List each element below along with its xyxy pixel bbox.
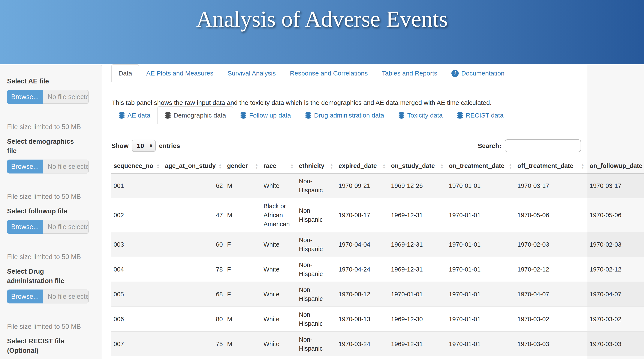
table-cell: 62	[163, 173, 225, 198]
sort-icon: ▲▼	[382, 163, 386, 169]
table-cell: 1970-04-07	[515, 282, 588, 307]
column-header-gender[interactable]: gender▲▼	[225, 160, 261, 173]
column-header-off-treatment-date[interactable]: off_treatment_date▲▼	[515, 160, 588, 173]
table-cell: 1970-02-03	[588, 232, 644, 257]
sort-icon: ▲▼	[255, 163, 258, 169]
table-cell: White	[261, 257, 297, 282]
table-cell: White	[261, 307, 297, 331]
browse-button[interactable]: Browse...	[7, 220, 43, 234]
browse-button[interactable]: Browse...	[7, 289, 43, 303]
tab-response-and-correlations: Response and Correlations	[283, 64, 375, 82]
tab-link-documentation[interactable]: iDocumentation	[444, 64, 512, 82]
subtab-link-drug-administration-data[interactable]: Drug administration data	[298, 106, 391, 124]
table-row: 00775MWhiteNon-Hispanic1970-03-241969-12…	[112, 331, 644, 356]
file-input: Browse...No file selected	[7, 220, 89, 234]
search-input[interactable]	[505, 139, 581, 152]
browse-button[interactable]: Browse...	[7, 90, 43, 104]
tab-link-ae-plots-and-measures[interactable]: AE Plots and Measures	[139, 64, 220, 82]
column-header-label: gender	[227, 162, 248, 169]
table-cell: 78	[163, 257, 225, 282]
file-input: Browse...No file selected	[7, 160, 89, 173]
column-header-on-treatment-date[interactable]: on_treatment_date▲▼	[447, 160, 515, 173]
main-tab-bar: DataAE Plots and MeasuresSurvival Analys…	[112, 64, 581, 82]
table-cell: 1970-05-06	[588, 198, 644, 232]
table-cell: F	[225, 257, 261, 282]
table-cell: Non-Hispanic	[297, 307, 336, 331]
page-length-select[interactable]: 10 ▲▼	[132, 140, 156, 152]
column-header-race[interactable]: race▲▼	[261, 160, 297, 173]
table-cell: 1970-04-04	[336, 232, 389, 257]
browse-button[interactable]: Browse...	[7, 160, 43, 173]
sort-icon: ▲▼	[290, 163, 294, 169]
file-input-label: Select RECIST file (Optional)	[7, 336, 84, 355]
column-header-label: on_treatment_date	[449, 162, 504, 169]
table-row: 00162MWhiteNon-Hispanic1970-09-211969-12…	[112, 173, 644, 198]
table-cell: 1970-01-01	[447, 232, 515, 257]
table-cell: Non-Hispanic	[297, 331, 336, 356]
sidebar: Select AE fileBrowse...No file selectedF…	[0, 65, 102, 359]
table-cell: 1970-02-12	[588, 257, 644, 282]
tab-label: RECIST data	[466, 112, 504, 119]
table-cell: 1970-03-03	[588, 331, 644, 356]
column-header-ethnicity[interactable]: ethnicity▲▼	[297, 160, 336, 173]
column-header-label: on_followup_date	[590, 162, 642, 169]
table-cell: 1969-12-31	[389, 232, 447, 257]
tab-label: AE data	[128, 112, 150, 119]
table-cell: 1970-02-12	[515, 257, 588, 282]
tab-data: Data	[112, 64, 139, 82]
data-tab-bar: AE dataDemographic dataFollow up dataDru…	[112, 106, 581, 124]
table-cell: 1970-03-24	[336, 331, 389, 356]
column-header-on-followup-date[interactable]: on_followup_date▲▼	[588, 160, 644, 173]
tab-description: This tab panel shows the raw input data …	[112, 99, 581, 106]
table-cell: 1969-12-30	[389, 307, 447, 331]
database-icon	[118, 112, 125, 119]
column-header-label: off_treatment_date	[518, 162, 573, 169]
table-cell: 1970-01-01	[447, 331, 515, 356]
column-header-age-at-on-study[interactable]: age_at_on_study▲▼	[163, 160, 225, 173]
file-name-field: No file selected	[43, 289, 89, 303]
subtab-link-toxicity-data[interactable]: Toxicity data	[391, 106, 450, 124]
tab-link-data[interactable]: Data	[112, 64, 139, 82]
info-circle-icon: i	[452, 70, 459, 77]
tab-link-tables-and-reports[interactable]: Tables and Reports	[375, 64, 444, 82]
table-row: 00247MBlack or African AmericanNon-Hispa…	[112, 198, 644, 232]
app-title: Analysis of Adverse Events	[196, 0, 448, 32]
database-icon	[305, 112, 312, 119]
sort-icon: ▲▼	[330, 163, 333, 169]
tab-link-response-and-correlations[interactable]: Response and Correlations	[283, 64, 375, 82]
table-row: 00680MWhiteNon-Hispanic1970-08-131969-12…	[112, 307, 644, 331]
table-cell: Non-Hispanic	[297, 198, 336, 232]
subtab-demographic-data: Demographic data	[158, 106, 233, 124]
sort-icon: ▲▼	[156, 163, 160, 169]
page-length-value: 10	[137, 142, 144, 149]
tab-link-survival-analysis[interactable]: Survival Analysis	[220, 64, 283, 82]
column-header-on-study-date[interactable]: on_study_date▲▼	[389, 160, 447, 173]
subtab-follow-up-data: Follow up data	[233, 106, 298, 124]
table-cell: 1970-08-17	[336, 198, 389, 232]
table-cell: 47	[163, 198, 225, 232]
subtab-link-follow-up-data[interactable]: Follow up data	[233, 106, 298, 124]
tab-label: Survival Analysis	[228, 70, 276, 77]
column-header-expired-date[interactable]: expired_date▲▼	[336, 160, 389, 173]
sort-icon: ▲▼	[508, 163, 512, 169]
table-row: 00478FWhiteNon-Hispanic1970-04-241969-12…	[112, 257, 644, 282]
table-cell: 006	[112, 307, 163, 331]
table-cell: 005	[112, 282, 163, 307]
table-controls: Show 10 ▲▼ entries Search:	[112, 139, 581, 152]
tab-label: Documentation	[461, 70, 504, 77]
subtab-link-demographic-data[interactable]: Demographic data	[158, 106, 233, 124]
app-header: Analysis of Adverse Events	[0, 0, 644, 64]
subtab-link-recist-data[interactable]: RECIST data	[450, 106, 510, 124]
table-cell: Non-Hispanic	[297, 257, 336, 282]
select-stepper-icon: ▲▼	[149, 143, 153, 148]
file-input-section: Select followup fileBrowse...No file sel…	[7, 207, 95, 261]
table-cell: 68	[163, 282, 225, 307]
database-icon	[398, 112, 405, 119]
table-cell: 1970-04-07	[588, 282, 644, 307]
table-cell: 1969-12-26	[389, 173, 447, 198]
tab-label: Response and Correlations	[290, 70, 368, 77]
file-input: Browse...No file selected	[7, 90, 89, 104]
table-cell: 1969-12-31	[389, 198, 447, 232]
column-header-sequence-no[interactable]: sequence_no▲▼	[112, 160, 163, 173]
subtab-link-ae-data[interactable]: AE data	[112, 106, 158, 124]
